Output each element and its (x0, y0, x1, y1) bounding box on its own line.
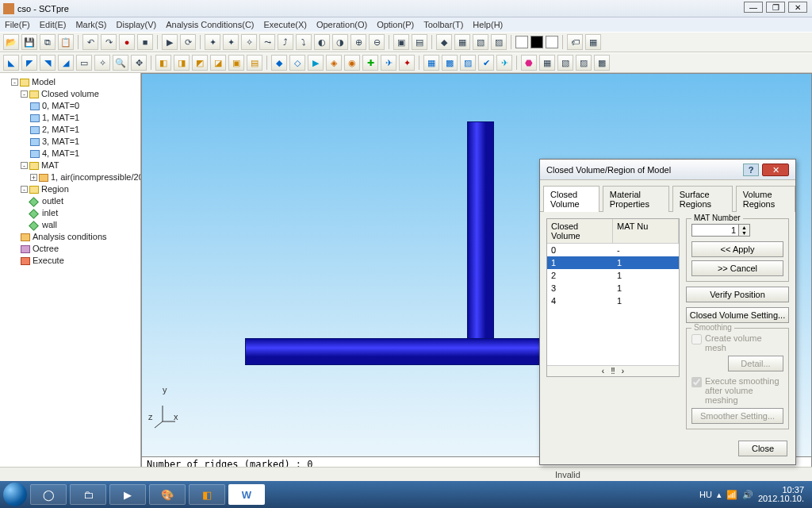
color-white-swatch[interactable] (515, 36, 528, 48)
paste-icon[interactable]: 📋 (58, 34, 74, 50)
shape-icon[interactable]: ◈ (326, 55, 342, 71)
grid-hscroll[interactable]: ‹ ‼ › (547, 365, 679, 376)
send-icon[interactable]: ✈ (496, 55, 512, 71)
grid-icon[interactable]: ▩ (442, 55, 458, 71)
tree-cv-item[interactable]: 2, MAT=1 (42, 125, 79, 134)
tab-material-props[interactable]: Material Properties (603, 186, 669, 212)
tray-network-icon[interactable]: 📶 (726, 490, 737, 500)
record-icon[interactable]: ● (119, 34, 135, 50)
grid3-icon[interactable]: ▦ (539, 55, 555, 71)
task-cube[interactable]: ◧ (189, 484, 225, 505)
system-tray[interactable]: HU ▴ 📶 🔊 10:37 2012.10.10. (699, 486, 809, 503)
tool-icon[interactable]: ▦ (454, 34, 470, 50)
dialog-help-button[interactable]: ? (743, 164, 759, 176)
grid-cell[interactable]: 1 (547, 256, 613, 269)
tab-closed-volume[interactable]: Closed Volume (543, 186, 599, 212)
pan-icon[interactable]: ✥ (131, 55, 147, 71)
shape-icon[interactable]: ▶ (308, 55, 324, 71)
zoom-icon[interactable]: 🔍 (113, 55, 128, 71)
menu-execute[interactable]: Execute(X) (264, 20, 307, 29)
grid-cell[interactable]: 1 (613, 256, 679, 269)
tree-mat-item[interactable]: 1, air(incompressible/20 (51, 172, 141, 182)
shape-icon[interactable]: ✈ (381, 55, 396, 71)
grid-icon[interactable]: ▦ (423, 55, 439, 71)
stop-icon[interactable]: ■ (137, 34, 153, 50)
grid-cell[interactable]: 1 (613, 294, 679, 307)
cube-icon[interactable]: ▤ (247, 55, 262, 71)
grid3-icon[interactable]: ▧ (557, 55, 573, 71)
mat-number-input[interactable] (691, 224, 739, 237)
tree-analysis[interactable]: Analysis conditions (33, 232, 107, 241)
star-icon[interactable]: ✧ (94, 55, 110, 71)
task-chrome[interactable]: ◯ (30, 484, 67, 505)
tray-lang[interactable]: HU (699, 490, 712, 499)
tag-icon[interactable]: 🏷 (567, 34, 583, 50)
grid-cell[interactable]: - (613, 244, 679, 256)
refresh-icon[interactable]: ⟳ (180, 34, 196, 50)
tool-icon[interactable]: ⤵ (296, 34, 312, 50)
tool-icon[interactable]: ✦ (205, 34, 220, 50)
copy-icon[interactable]: ⧉ (40, 34, 56, 50)
task-word[interactable]: W (228, 484, 265, 505)
check-icon[interactable]: ✔ (478, 55, 494, 71)
grid-cell[interactable]: 1 (613, 282, 679, 294)
shape-icon[interactable]: ✚ (362, 55, 378, 71)
tool-icon[interactable]: ▧ (473, 34, 488, 50)
tool-icon[interactable]: ◐ (314, 34, 330, 50)
tool-icon[interactable]: ▣ (393, 34, 409, 50)
cube-icon[interactable]: ◧ (155, 55, 171, 71)
tree-region-item[interactable]: wall (42, 220, 57, 229)
menu-display[interactable]: Display(V) (117, 20, 157, 29)
view-icon[interactable]: ◥ (40, 55, 56, 71)
grid-cell[interactable]: 4 (547, 294, 613, 307)
verify-position-button[interactable]: Verify Position (686, 287, 789, 302)
cube-icon[interactable]: ◩ (192, 55, 208, 71)
tool-icon[interactable]: ⊕ (350, 34, 366, 50)
menu-analysis[interactable]: Analysis Conditions(C) (166, 20, 254, 29)
tree-mat[interactable]: MAT (41, 160, 59, 170)
tree-cv-item[interactable]: 4, MAT=1 (42, 148, 79, 158)
tray-date[interactable]: 2012.10.10. (758, 495, 804, 503)
tray-volume-icon[interactable]: 🔊 (742, 490, 753, 500)
save-icon[interactable]: 💾 (21, 34, 37, 50)
tool-icon[interactable]: ◆ (436, 34, 452, 50)
maximize-button[interactable]: ❐ (766, 2, 785, 13)
minimize-button[interactable]: — (744, 2, 763, 13)
grid3-icon[interactable]: ▨ (576, 55, 592, 71)
tool-icon[interactable]: ⊖ (369, 34, 385, 50)
start-orb[interactable] (3, 483, 27, 506)
tool-icon[interactable]: ▤ (412, 34, 427, 50)
apply-button[interactable]: << Apply (691, 241, 783, 257)
undo-icon[interactable]: ↶ (82, 34, 98, 50)
color-black-swatch[interactable] (530, 36, 543, 48)
grid-cell[interactable]: 0 (547, 244, 613, 256)
tree-region[interactable]: Region (41, 184, 69, 194)
cube-icon[interactable]: ▣ (228, 55, 244, 71)
task-paint[interactable]: 🎨 (149, 484, 186, 505)
menu-help[interactable]: Help(H) (473, 20, 503, 29)
closed-volume-grid[interactable]: Closed Volume MAT Nu 0- 11 21 31 41 ‹ ‼ … (546, 218, 680, 377)
play-icon[interactable]: ▶ (162, 34, 178, 50)
grid-cell[interactable]: 1 (613, 269, 679, 282)
cancel-button[interactable]: >> Cancel (691, 260, 783, 276)
tree-closed-volume[interactable]: Closed volume (41, 89, 99, 98)
close-button[interactable]: ✕ (788, 2, 807, 13)
mat-number-spin[interactable]: ▲▼ (739, 224, 750, 237)
tool-icon[interactable]: ⤳ (259, 34, 275, 50)
cube-icon[interactable]: ◪ (210, 55, 226, 71)
view-icon[interactable]: ◤ (21, 55, 37, 71)
view-icon[interactable]: ◢ (58, 55, 74, 71)
grid-icon[interactable]: ▨ (460, 55, 476, 71)
tray-icon[interactable]: ▴ (717, 490, 722, 500)
tree-cv-item[interactable]: 0, MAT=0 (42, 101, 79, 110)
menu-toolbar[interactable]: Toolbar(T) (423, 20, 463, 29)
select-icon[interactable]: ▭ (76, 55, 92, 71)
tool-icon[interactable]: ✧ (241, 34, 257, 50)
grid3-icon[interactable]: ▩ (594, 55, 610, 71)
tree-cv-item[interactable]: 3, MAT=1 (42, 137, 79, 146)
view-icon[interactable]: ◣ (3, 55, 19, 71)
tree-cv-item[interactable]: 1, MAT=1 (42, 113, 79, 122)
shape-icon[interactable]: ◆ (271, 55, 287, 71)
task-explorer[interactable]: 🗀 (70, 484, 106, 505)
menu-edit[interactable]: Edit(E) (40, 20, 67, 29)
